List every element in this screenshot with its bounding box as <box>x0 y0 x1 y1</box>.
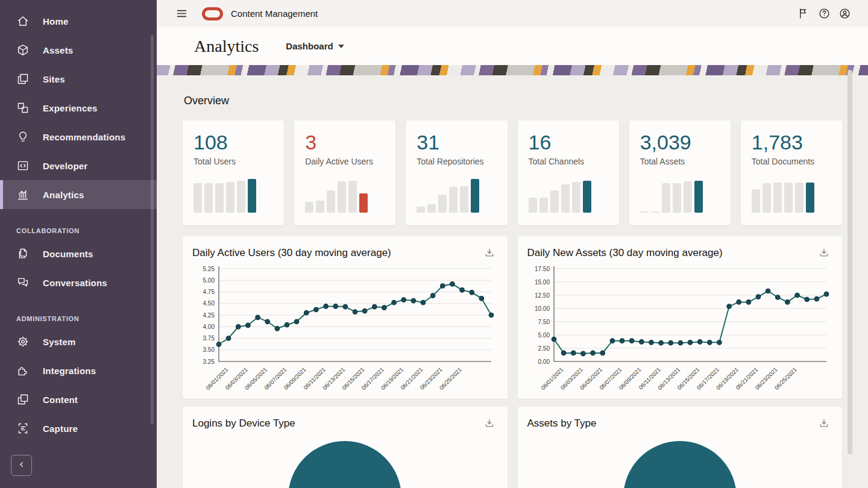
sidebar-item-recommendations[interactable]: Recommendations <box>0 122 157 151</box>
sidebar-item-assets[interactable]: Assets <box>0 36 157 64</box>
sidebar-nav: Home Assets Sites Experiences Recommenda… <box>0 0 157 443</box>
sidebar-item-analytics[interactable]: Analytics <box>0 180 157 209</box>
svg-text:3.25: 3.25 <box>203 358 215 365</box>
stats-grid: 108 Total Users 3 Daily Active Users 31 … <box>183 120 842 225</box>
download-chart-button[interactable] <box>481 415 498 432</box>
download-icon <box>818 247 830 259</box>
stat-label: Total Assets <box>640 157 722 166</box>
sidebar-item-label: Recommendations <box>43 132 125 142</box>
stat-bar <box>215 183 224 213</box>
stat-value: 108 <box>193 131 275 154</box>
charts-grid: Daily Active Users (30 day moving averag… <box>183 236 842 399</box>
page-title: Analytics <box>194 37 259 56</box>
account-button[interactable] <box>834 4 855 24</box>
download-chart-button[interactable] <box>481 245 498 261</box>
sidebar-item-label: Integrations <box>43 366 96 376</box>
stat-value: 1,783 <box>752 131 834 154</box>
svg-text:4.50: 4.50 <box>203 300 215 307</box>
stat-bar <box>316 201 324 213</box>
stat-bar <box>651 211 659 213</box>
chart-title: Daily Active Users (30 day moving averag… <box>192 247 391 259</box>
stat-bar <box>237 181 245 213</box>
flag-icon <box>797 7 810 20</box>
home-icon <box>16 14 30 28</box>
help-icon <box>818 7 831 20</box>
chart-title: Assets by Type <box>527 418 597 430</box>
y-grid-and-ticks: 3.253.503.754.004.254.504.755.005.25 <box>203 266 491 365</box>
line-chart-daily-active-users: 3.253.503.754.004.254.504.755.005.2506/0… <box>192 264 498 400</box>
stat-bar <box>348 181 357 213</box>
download-chart-button[interactable] <box>816 415 832 432</box>
sidebar-collapse-button[interactable] <box>11 455 32 476</box>
stat-bar <box>338 181 346 213</box>
page-header: Analytics Dashboard <box>157 27 868 65</box>
line-chart-svg: 3.253.503.754.004.254.504.755.005.2506/0… <box>192 264 497 398</box>
svg-text:5.00: 5.00 <box>538 332 550 339</box>
stat-value: 31 <box>417 131 498 154</box>
developer-icon <box>16 159 30 172</box>
hamburger-menu-button[interactable] <box>171 4 192 24</box>
svg-text:2.50: 2.50 <box>538 345 550 352</box>
chart-card-daily-new-assets: Daily New Assets (30 day moving average)… <box>518 236 843 399</box>
stat-bar <box>752 189 760 213</box>
sidebar-item-label: System <box>43 337 76 347</box>
stat-bar <box>763 183 771 213</box>
stat-bar <box>427 204 436 213</box>
svg-text:3.50: 3.50 <box>203 346 215 353</box>
sidebar-item-documents[interactable]: Documents <box>0 239 157 268</box>
pie-chart-circle <box>623 441 737 488</box>
stat-value: 3,039 <box>640 131 722 154</box>
stat-bar <box>226 182 234 213</box>
sidebar-item-experiences[interactable]: Experiences <box>0 93 157 122</box>
conversations-icon <box>16 276 30 289</box>
stat-accent-bar <box>471 179 479 213</box>
sidebar-item-content[interactable]: Content <box>0 385 157 414</box>
stat-bar <box>539 198 548 213</box>
sidebar-item-developer[interactable]: Developer <box>0 151 157 180</box>
sidebar-item-home[interactable]: Home <box>0 7 157 36</box>
top-bar: Content Management <box>157 0 868 27</box>
stat-mini-bar-chart <box>305 179 387 213</box>
experiences-icon <box>16 101 30 114</box>
stat-bar <box>193 183 202 213</box>
view-selector-label: Dashboard <box>286 41 333 51</box>
stat-mini-bar-chart <box>193 179 275 213</box>
stat-bar <box>204 183 213 213</box>
system-icon <box>16 335 30 348</box>
stat-label: Total Channels <box>529 157 611 166</box>
documents-icon <box>16 247 30 260</box>
chart-title: Logins by Device Type <box>192 418 295 430</box>
y-grid-and-ticks: 0.002.505.007.5010.0012.5015.0017.50 <box>534 266 826 365</box>
stat-bar <box>684 181 692 213</box>
banner-pattern <box>157 65 868 75</box>
caret-down-icon <box>338 45 344 48</box>
stat-mini-bar-chart <box>640 179 722 213</box>
sidebar-item-capture[interactable]: Capture <box>0 414 157 443</box>
sidebar-item-system[interactable]: System <box>0 327 157 356</box>
chart-card-daily-active-users: Daily Active Users (30 day moving averag… <box>183 236 508 399</box>
overview-heading: Overview <box>184 95 842 107</box>
sidebar-item-integrations[interactable]: Integrations <box>0 356 157 385</box>
help-button[interactable] <box>814 4 834 24</box>
sidebar-item-conversations[interactable]: Conversations <box>0 268 157 297</box>
sidebar-scrollbar[interactable] <box>151 35 154 424</box>
sidebar-item-sites[interactable]: Sites <box>0 64 157 93</box>
sites-icon <box>16 72 30 86</box>
svg-text:4.25: 4.25 <box>203 312 215 319</box>
download-chart-button[interactable] <box>816 245 832 261</box>
dashboard-view-selector[interactable]: Dashboard <box>286 41 344 51</box>
stat-bar <box>561 184 570 213</box>
page-scrollbar[interactable] <box>848 70 852 454</box>
sidebar-item-label: Developer <box>43 161 87 171</box>
stat-bar <box>438 195 447 213</box>
svg-text:4.75: 4.75 <box>203 289 215 295</box>
sidebar-item-label: Analytics <box>43 190 84 200</box>
announcements-flag-button[interactable] <box>793 4 814 24</box>
svg-text:12.50: 12.50 <box>534 292 549 299</box>
svg-text:4.00: 4.00 <box>203 324 215 330</box>
sidebar-item-label: Documents <box>43 249 93 259</box>
stat-accent-bar <box>583 181 591 213</box>
sidebar-item-label: Assets <box>43 45 73 55</box>
stat-accent-bar <box>806 183 814 213</box>
stat-label: Total Documents <box>752 157 834 166</box>
